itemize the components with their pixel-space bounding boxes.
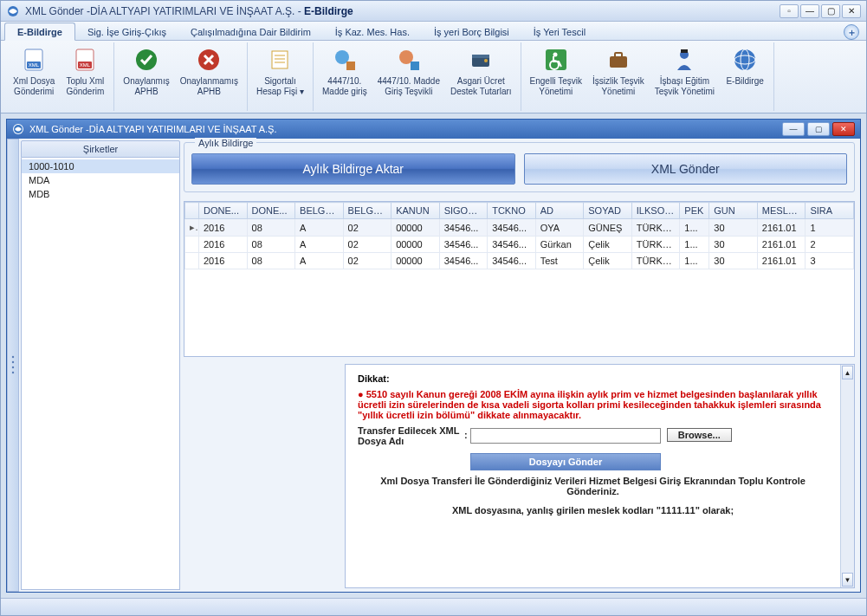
tab-e-bildirge[interactable]: E-Bildirge [4, 23, 75, 41]
tab--al-lmad-na-dair-bildirim[interactable]: Çalışılmadığına Dair Bildirim [178, 23, 323, 40]
notice-scrollbar[interactable]: ▲ ▼ [840, 365, 854, 587]
grid-cell[interactable]: 3 [806, 253, 854, 269]
ribbon-globe-bag2[interactable]: 4447/10. Madde Giriş Teşvikli [372, 42, 445, 111]
tab-sig-i-e-giri-k-[interactable]: Sig. İşe Giriş-Çıkış [75, 23, 178, 40]
grid-cell[interactable]: 34546... [488, 237, 536, 253]
grid-cell[interactable]: TÜRKMEN [631, 219, 680, 237]
tab-i-yeri-bor-bilgisi[interactable]: İş yeri Borç Bilgisi [422, 23, 521, 40]
grid-cell[interactable]: 34546... [488, 219, 536, 237]
grid-cell[interactable]: GÜNEŞ [584, 219, 632, 237]
grid-cell[interactable]: 2 [806, 237, 854, 253]
grid-cell[interactable]: 2016 [199, 219, 248, 237]
scroll-down-button[interactable]: ▼ [842, 573, 853, 587]
grid-col-header[interactable]: GUN [709, 203, 758, 219]
inner-minimize-button[interactable]: — [782, 122, 805, 136]
grid-cell[interactable]: 00000 [391, 253, 440, 269]
ribbon-xml-doc-red[interactable]: XMLToplu Xml Gönderim [60, 42, 110, 111]
grid-col-header[interactable]: AD [535, 203, 584, 219]
xml-gonder-button[interactable]: XML Gönder [524, 153, 848, 185]
grid-cell[interactable]: 08 [247, 237, 295, 253]
grid-cell[interactable]: 34546... [439, 219, 488, 237]
grid-cell[interactable]: OYA [535, 219, 584, 237]
grid-cell[interactable]: 2016 [199, 237, 248, 253]
grid-col-header[interactable]: SIGOR... [439, 203, 488, 219]
grid-col-header[interactable]: DONE... [247, 203, 295, 219]
grid-cell[interactable]: Gürkan [535, 237, 584, 253]
table-row[interactable]: ▸201608A020000034546...34546...OYAGÜNEŞT… [185, 219, 854, 237]
ribbon-person[interactable]: İşbaşı Eğitim Teşvik Yönetimi [650, 42, 720, 111]
inner-maximize-button[interactable]: ▢ [807, 122, 830, 136]
grid-col-header[interactable]: TCKNO [488, 203, 536, 219]
grid-cell[interactable]: 1 [806, 219, 854, 237]
ribbon-check-circle[interactable]: Onaylanmış APHB [118, 42, 174, 111]
data-grid[interactable]: DONE...DONE...BELGE...BELGE...KANUNSIGOR… [184, 201, 855, 357]
grid-cell[interactable]: 2161.01 [757, 219, 806, 237]
grid-col-header[interactable]: KANUN [391, 203, 440, 219]
table-row[interactable]: 201608A020000034546...34546...TestÇelikT… [185, 253, 854, 269]
grid-cell[interactable]: 34546... [439, 237, 488, 253]
left-edge-collapse[interactable] [7, 139, 19, 592]
grid-cell[interactable]: 00000 [391, 237, 440, 253]
grid-cell[interactable]: 00000 [391, 219, 440, 237]
aylik-bildirge-aktar-button[interactable]: Aylık Bildirge Aktar [191, 153, 515, 185]
table-row[interactable]: 201608A020000034546...34546...GürkanÇeli… [185, 237, 854, 253]
svg-rect-18 [546, 49, 566, 70]
grid-cell[interactable]: 34546... [439, 253, 488, 269]
window-restore-down-button[interactable]: ▫ [780, 4, 799, 18]
grid-cell[interactable]: 02 [343, 237, 391, 253]
inner-close-button[interactable]: ✕ [832, 122, 855, 136]
send-file-button[interactable]: Dosyayı Gönder [470, 453, 661, 470]
grid-col-header[interactable]: MESLEKK... [757, 203, 806, 219]
add-tab-button[interactable]: ＋ [844, 24, 859, 40]
scroll-up-button[interactable]: ▲ [842, 366, 853, 379]
grid-col-header[interactable]: ILKSOY... [631, 203, 680, 219]
ribbon-receipt[interactable]: Sigortalı Hesap Fişi ▾ [251, 42, 309, 111]
grid-cell[interactable]: 30 [709, 253, 758, 269]
grid-cell[interactable]: 02 [343, 219, 391, 237]
grid-cell[interactable]: 1... [680, 253, 709, 269]
grid-cell[interactable]: 30 [709, 237, 758, 253]
sidebar-item-mda[interactable]: MDA [22, 173, 179, 187]
ribbon-globe[interactable]: E-Bildirge [720, 42, 770, 111]
tab-i-yeri-tescil[interactable]: İş Yeri Tescil [521, 23, 598, 40]
grid-cell[interactable]: 34546... [488, 253, 536, 269]
grid-col-header[interactable]: SIRA [806, 203, 854, 219]
ribbon-wallet[interactable]: Asgari Ücret Destek Tutarları [445, 42, 517, 111]
grid-cell[interactable]: A [295, 219, 344, 237]
check-circle-icon [133, 46, 160, 74]
grid-col-header[interactable]: BELGE... [295, 203, 344, 219]
ribbon-briefcase[interactable]: İşsizlik Teşvik Yönetimi [587, 42, 650, 111]
grid-col-header[interactable]: PEK [680, 203, 709, 219]
ribbon-xml-doc[interactable]: XMLXml Dosya Gönderimi [8, 42, 60, 111]
ribbon-globe-bag[interactable]: 4447/10. Madde giriş [317, 42, 372, 111]
grid-cell[interactable]: 2016 [199, 253, 248, 269]
grid-cell[interactable]: 30 [709, 219, 758, 237]
grid-col-header[interactable]: BELGE... [343, 203, 391, 219]
grid-cell[interactable]: TÜRKMEN [631, 253, 680, 269]
window-close-button[interactable]: ✕ [842, 4, 861, 18]
grid-cell[interactable]: A [295, 237, 344, 253]
grid-cell[interactable]: A [295, 253, 344, 269]
grid-cell[interactable]: 1... [680, 237, 709, 253]
sidebar-item-mdb[interactable]: MDB [22, 187, 179, 201]
tab-i-kaz-mes-has-[interactable]: İş Kaz. Mes. Has. [323, 23, 422, 40]
grid-cell[interactable]: 08 [247, 219, 295, 237]
browse-button[interactable]: Browse... [667, 428, 732, 442]
sidebar-item-1000-1010[interactable]: 1000-1010 [22, 159, 179, 173]
grid-cell[interactable]: Çelik [584, 237, 632, 253]
grid-cell[interactable]: Çelik [584, 253, 632, 269]
grid-cell[interactable]: 1... [680, 219, 709, 237]
ribbon-wheelchair[interactable]: Engelli Teşvik Yönetimi [525, 42, 587, 111]
grid-cell[interactable]: Test [535, 253, 584, 269]
transfer-file-input[interactable] [470, 428, 661, 444]
grid-cell[interactable]: 2161.01 [757, 237, 806, 253]
ribbon-x-circle[interactable]: Onaylanmamış APHB [175, 42, 243, 111]
grid-cell[interactable]: 02 [343, 253, 391, 269]
grid-cell[interactable]: 08 [247, 253, 295, 269]
grid-col-header[interactable]: DONE... [199, 203, 248, 219]
grid-cell[interactable]: TÜRKMEN [631, 237, 680, 253]
grid-col-header[interactable]: SOYAD [584, 203, 632, 219]
window-maximize-button[interactable]: ▢ [821, 4, 840, 18]
window-minimize-button[interactable]: — [800, 4, 819, 18]
grid-cell[interactable]: 2161.01 [757, 253, 806, 269]
